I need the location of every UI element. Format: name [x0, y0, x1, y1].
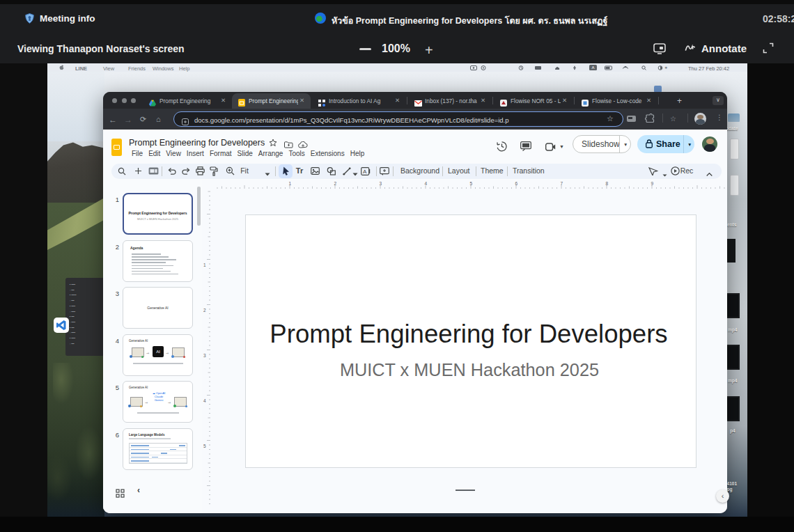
- svg-text:1: 1: [289, 181, 292, 186]
- svg-text:5: 5: [470, 181, 473, 186]
- svg-text:2: 2: [203, 308, 206, 313]
- svg-text:5: 5: [203, 444, 206, 448]
- svg-text:8: 8: [606, 181, 609, 186]
- svg-text:4: 4: [203, 398, 206, 403]
- svg-text:3: 3: [380, 181, 382, 186]
- svg-text:6: 6: [515, 181, 518, 186]
- svg-text:2: 2: [334, 181, 337, 186]
- svg-text:A: A: [363, 169, 367, 175]
- svg-text:1: 1: [203, 263, 206, 267]
- svg-text:3: 3: [203, 353, 206, 358]
- svg-text:9: 9: [651, 181, 654, 186]
- svg-text:4: 4: [425, 181, 428, 186]
- svg-text:7: 7: [561, 181, 563, 186]
